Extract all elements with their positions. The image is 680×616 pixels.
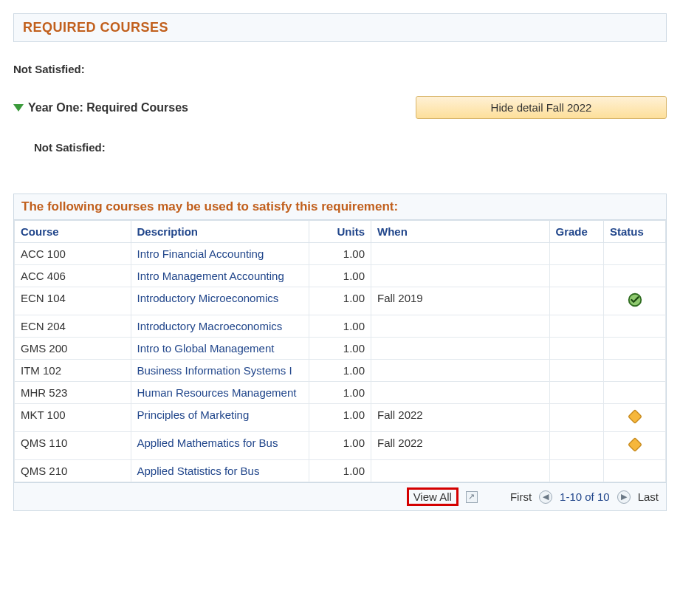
table-row: ACC 100Intro Financial Accounting1.00 (15, 243, 666, 265)
cell-course: MKT 100 (15, 404, 131, 432)
col-description[interactable]: Description (131, 221, 309, 243)
cell-units: 1.00 (309, 360, 371, 382)
cell-status (604, 432, 666, 460)
cell-grade (549, 404, 604, 432)
cell-status (604, 360, 666, 382)
cell-grade (549, 243, 604, 265)
cell-status (604, 287, 666, 315)
col-units[interactable]: Units (309, 221, 371, 243)
table-row: ITM 102Business Information Systems I1.0… (15, 360, 666, 382)
cell-course: QMS 110 (15, 432, 131, 460)
hide-detail-button[interactable]: Hide detail Fall 2022 (416, 96, 667, 119)
cell-course: GMS 200 (15, 338, 131, 360)
course-link[interactable]: Introductory Microeconomics (137, 292, 279, 304)
year-one-title: Year One: Required Courses (28, 101, 188, 114)
cell-course: MHR 523 (15, 382, 131, 404)
sub-not-satisfied-label: Not Satisfied: (34, 141, 667, 154)
course-table: Course Description Units When Grade Stat… (14, 220, 666, 482)
cell-course: ITM 102 (15, 360, 131, 382)
cell-grade (549, 432, 604, 460)
cell-description: Applied Statistics for Bus (131, 460, 309, 482)
cell-description: Human Resources Management (131, 382, 309, 404)
table-row: ACC 406Intro Management Accounting1.00 (15, 265, 666, 287)
table-row: MHR 523Human Resources Management1.00 (15, 382, 666, 404)
pager-last[interactable]: Last (638, 490, 659, 503)
pager-range[interactable]: 1-10 of 10 (560, 490, 610, 503)
cell-when (371, 315, 550, 338)
cell-course: ECN 204 (15, 315, 131, 338)
course-link[interactable]: Intro Financial Accounting (137, 247, 264, 260)
col-status[interactable]: Status (604, 221, 666, 243)
cell-status (604, 404, 666, 432)
cell-description: Business Information Systems I (131, 360, 309, 382)
course-link[interactable]: Intro Management Accounting (137, 270, 284, 282)
diamond-icon (627, 442, 643, 455)
year-one-row: Year One: Required Courses Hide detail F… (13, 96, 667, 119)
year-one-toggle[interactable]: Year One: Required Courses (13, 101, 188, 114)
cell-when (371, 360, 550, 382)
cell-description: Intro Management Accounting (131, 265, 309, 287)
cell-status (604, 315, 666, 338)
pager-next-icon[interactable]: ▶ (617, 490, 631, 504)
table-row: MKT 100Principles of Marketing1.00Fall 2… (15, 404, 666, 432)
cell-units: 1.00 (309, 243, 371, 265)
cell-description: Intro to Global Management (131, 338, 309, 360)
cell-when (371, 243, 550, 265)
cell-units: 1.00 (309, 338, 371, 360)
course-link[interactable]: Human Resources Management (137, 386, 297, 399)
cell-when (371, 382, 550, 404)
cell-status (604, 243, 666, 265)
cell-grade (549, 287, 604, 315)
cell-status (604, 382, 666, 404)
col-course[interactable]: Course (15, 221, 131, 243)
cell-status (604, 338, 666, 360)
cell-description: Principles of Marketing (131, 404, 309, 432)
col-when[interactable]: When (371, 221, 550, 243)
section-header: REQUIRED COURSES (13, 13, 667, 42)
not-satisfied-label: Not Satisfied: (13, 63, 667, 75)
cell-when: Fall 2022 (371, 404, 550, 432)
pager: View All ↗ First ◀ 1-10 of 10 ▶ Last (14, 482, 666, 510)
cell-grade (549, 360, 604, 382)
table-row: ECN 204Introductory Macroeconomics1.00 (15, 315, 666, 338)
course-link[interactable]: Business Information Systems I (137, 364, 292, 377)
cell-description: Applied Mathematics for Bus (131, 432, 309, 460)
cell-units: 1.00 (309, 265, 371, 287)
cell-when (371, 265, 550, 287)
table-row: ECN 104Introductory Microeconomics1.00Fa… (15, 287, 666, 315)
diamond-icon (627, 414, 643, 427)
popout-icon[interactable]: ↗ (466, 491, 478, 503)
cell-units: 1.00 (309, 404, 371, 432)
table-row: QMS 210Applied Statistics for Bus1.00 (15, 460, 666, 482)
course-link[interactable]: Principles of Marketing (137, 408, 250, 421)
cell-status (604, 265, 666, 287)
cell-grade (549, 338, 604, 360)
cell-when: Fall 2022 (371, 432, 550, 460)
cell-grade (549, 315, 604, 338)
checkmark-icon (627, 298, 643, 310)
cell-description: Intro Financial Accounting (131, 243, 309, 265)
cell-course: ACC 406 (15, 265, 131, 287)
cell-units: 1.00 (309, 382, 371, 404)
view-all-link[interactable]: View All (407, 487, 459, 506)
cell-description: Introductory Macroeconomics (131, 315, 309, 338)
svg-rect-1 (628, 410, 641, 423)
course-link[interactable]: Intro to Global Management (137, 342, 275, 355)
cell-when (371, 460, 550, 482)
cell-status (604, 460, 666, 482)
pager-first[interactable]: First (510, 490, 532, 503)
course-table-container: The following courses may be used to sat… (13, 194, 667, 511)
col-grade[interactable]: Grade (549, 221, 604, 243)
course-link[interactable]: Introductory Macroeconomics (137, 320, 283, 332)
table-row: QMS 110Applied Mathematics for Bus1.00Fa… (15, 432, 666, 460)
course-link[interactable]: Applied Statistics for Bus (137, 465, 260, 477)
course-link[interactable]: Applied Mathematics for Bus (137, 437, 278, 449)
cell-units: 1.00 (309, 460, 371, 482)
cell-units: 1.00 (309, 315, 371, 338)
pager-prev-icon[interactable]: ◀ (539, 490, 552, 504)
cell-course: ACC 100 (15, 243, 131, 265)
cell-grade (549, 382, 604, 404)
table-row: GMS 200Intro to Global Management1.00 (15, 338, 666, 360)
cell-units: 1.00 (309, 432, 371, 460)
collapse-icon (13, 104, 24, 112)
